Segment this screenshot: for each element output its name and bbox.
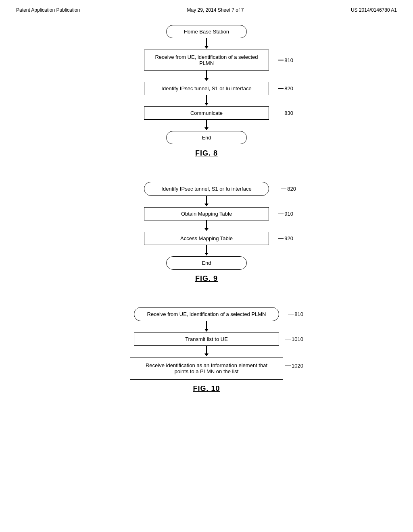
fig8-arrow1 [204,38,209,50]
fig10-diagram: Receive from UE, identification of a sel… [106,307,307,393]
fig10-inner: Receive from UE, identification of a sel… [106,307,307,393]
page-content: Home Base Station Receive from UE, ident… [0,17,413,401]
fig10-step810-row: Receive from UE, identification of a sel… [106,307,307,321]
fig9-step820-label: 820 [281,186,296,192]
fig10-label: FIG. 10 [193,384,220,393]
fig10-step1010-label: 1010 [285,336,303,342]
fig8-step810-label: 810 [278,57,293,63]
fig8-arrow4 [204,120,209,131]
fig9-arrow2 [204,220,209,232]
fig8-step820-row: Identify IPsec tunnel, S1 or Iu interfac… [106,82,307,95]
fig10-step810-node: Receive from UE, identification of a sel… [134,307,279,321]
fig8-step820-node: Identify IPsec tunnel, S1 or Iu interfac… [144,82,269,95]
fig9-step910-label: 910 [278,211,293,217]
page-header: Patent Application Publication May 29, 2… [0,0,413,17]
fig9-step920-row: Access Mapping Table 920 [106,232,307,245]
fig10-arrow1 [204,321,209,332]
fig8-step810-node: Receive from UE, identification of a sel… [144,50,269,71]
fig9-step920-node: Access Mapping Table [144,232,269,245]
fig10-step1010-node: Transmit list to UE [134,332,279,346]
header-middle: May 29, 2014 Sheet 7 of 7 [187,7,244,13]
fig8-arrow3 [204,95,209,106]
fig10-arrow2 [204,346,209,357]
fig8-step830-label: 830 [278,110,293,116]
fig9-step910-row: Obtain Mapping Table 910 [106,207,307,220]
header-left: Patent Application Publication [16,7,80,13]
fig10-step1020-row: Receive identification as an Information… [106,357,307,380]
fig8-inner: Home Base Station Receive from UE, ident… [106,25,307,158]
header-right: US 2014/0146780 A1 [351,7,397,13]
fig9-label: FIG. 9 [195,274,218,283]
fig8-label: FIG. 8 [195,149,218,158]
fig10-step1020-node: Receive identification as an Information… [130,357,283,380]
fig10-step1010-row: Transmit list to UE 1010 [106,332,307,346]
fig9-diagram: Identify IPsec tunnel, S1 or Iu interfac… [106,182,307,283]
fig9-step910-node: Obtain Mapping Table [144,207,269,220]
fig8-step830-row: Communicate 830 [106,106,307,120]
fig8-step810-row: Receive from UE, identification of a sel… [106,50,307,71]
fig8-step820-label: 820 [278,85,293,91]
fig9-step920-label: 920 [278,235,293,241]
fig10-step810-label: 810 [288,311,303,317]
fig8-start-node: Home Base Station [166,25,247,38]
fig9-arrow1 [204,196,209,207]
fig9-end-row: End [106,256,307,270]
fig9-end-node: End [166,256,247,270]
fig9-step820-node: Identify IPsec tunnel, S1 or Iu interfac… [144,182,269,196]
fig8-start-row: Home Base Station [106,25,307,38]
fig8-diagram: Home Base Station Receive from UE, ident… [106,25,307,158]
fig10-step1020-label: 1020 [285,363,303,369]
fig9-arrow3 [204,245,209,256]
fig9-inner: Identify IPsec tunnel, S1 or Iu interfac… [106,182,307,283]
fig8-step830-node: Communicate [144,106,269,120]
fig8-end-row: End [106,131,307,144]
fig8-arrow2 [204,71,209,82]
fig8-end-node: End [166,131,247,144]
fig9-step820-row: Identify IPsec tunnel, S1 or Iu interfac… [106,182,307,196]
